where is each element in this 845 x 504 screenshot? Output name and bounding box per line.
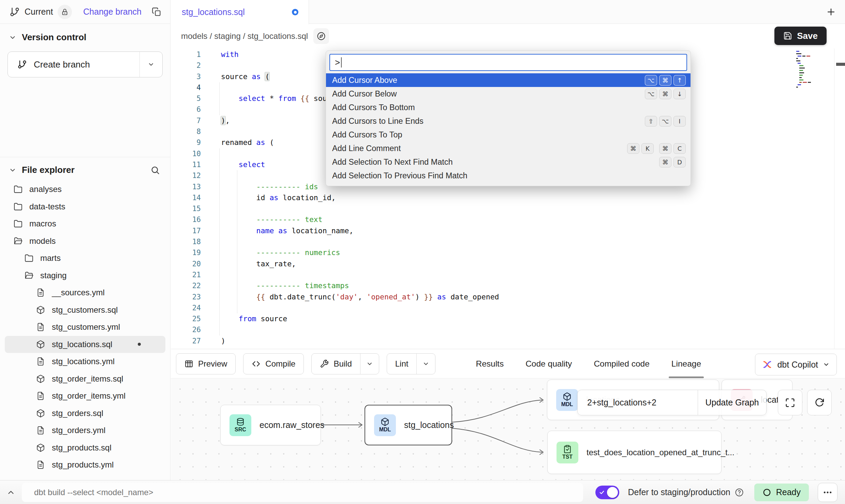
chevron-down-icon[interactable] <box>9 166 16 174</box>
code-line-19[interactable]: 19 ---------- numerics <box>171 247 845 258</box>
code-line-14[interactable]: 14 id as location_id, <box>171 192 845 203</box>
code-line-27[interactable]: 27) <box>171 336 845 346</box>
file-icon <box>36 426 46 435</box>
line-content <box>202 60 221 71</box>
palette-item-add-cursor-above[interactable]: Add Cursor Above⌥⌘↑ <box>326 73 691 87</box>
more-options-button[interactable] <box>818 483 837 502</box>
file-item-stg-products-yml[interactable]: stg_products.yml <box>5 456 165 474</box>
dbt-copilot-button[interactable]: dbt Copilot <box>755 354 837 375</box>
code-line-15[interactable]: 15 <box>171 203 845 214</box>
file-item-stg-locations-sql[interactable]: stg_locations.sql <box>5 336 165 353</box>
build-button[interactable]: Build <box>312 354 360 374</box>
code-line-20[interactable]: 20 tax_rate, <box>171 258 845 269</box>
tab-stg-locations-sql[interactable]: stg_locations.sql <box>171 0 309 24</box>
refresh-icon <box>814 398 825 408</box>
palette-item-add-cursors-to-bottom[interactable]: Add Cursors To Bottom <box>326 101 691 114</box>
refresh-button[interactable] <box>807 390 832 415</box>
status-badge[interactable]: Ready <box>754 484 809 501</box>
tab-code-quality[interactable]: Code quality <box>525 349 572 378</box>
palette-item-add-selection-to-all-find-matches[interactable]: Add Selection To All Find Matches <box>326 182 691 186</box>
line-content: ---------- numerics <box>202 247 340 258</box>
fullscreen-button[interactable] <box>778 390 802 415</box>
tab-lineage[interactable]: Lineage <box>671 349 701 378</box>
lineage-node-ecom-raw-stores[interactable]: SRC ecom.raw_stores <box>220 405 321 445</box>
help-icon[interactable] <box>735 488 744 497</box>
change-branch-link[interactable]: Change branch <box>83 7 142 17</box>
create-branch-main[interactable]: Create branch <box>8 52 139 77</box>
save-icon <box>783 31 792 40</box>
line-number: 6 <box>171 104 202 115</box>
code-line-17[interactable]: 17 name as location_name, <box>171 225 845 236</box>
lineage-node-test[interactable]: TST test_does_location_opened_at_trunc_t… <box>547 431 722 474</box>
palette-item-label: Add Cursors to Line Ends <box>332 117 424 126</box>
dbt-command-input[interactable]: dbt build --select <model_name> <box>22 483 583 502</box>
palette-item-add-selection-to-previous-find-match[interactable]: Add Selection To Previous Find Match <box>326 169 691 182</box>
file-item-data-tests[interactable]: data-tests <box>5 198 165 216</box>
code-line-24[interactable]: 24 <box>171 302 845 313</box>
line-content: source as ( <box>202 71 269 82</box>
code-line-16[interactable]: 16 ---------- text <box>171 214 845 225</box>
tab-results[interactable]: Results <box>476 349 504 378</box>
lineage-selector-input[interactable]: 2+stg_locations+2 <box>578 390 698 415</box>
chevron-down-icon[interactable] <box>9 34 16 41</box>
line-number: 17 <box>171 225 202 236</box>
code-line-22[interactable]: 22 ---------- timestamps <box>171 280 845 291</box>
chevron-down-icon <box>823 361 830 368</box>
code-line-25[interactable]: 25 from source <box>171 313 845 324</box>
file-icon <box>36 288 46 297</box>
compile-button[interactable]: Compile <box>243 353 304 374</box>
copy-icon[interactable] <box>152 7 161 17</box>
file-item-stg-order-items-yml[interactable]: stg_order_items.yml <box>5 387 165 405</box>
preview-button[interactable]: Preview <box>176 353 236 374</box>
build-dropdown[interactable] <box>360 354 379 374</box>
lint-dropdown[interactable] <box>416 354 435 374</box>
line-content: select <box>202 159 265 170</box>
open-docs-button[interactable] <box>313 28 329 44</box>
file-item-sources-yml[interactable]: __sources.yml <box>5 284 165 301</box>
file-item-stg-products-sql[interactable]: stg_products.sql <box>5 439 165 457</box>
palette-item-add-cursors-to-line-ends[interactable]: Add Cursors to Line Ends⇧⌥I <box>326 114 691 128</box>
code-line-23[interactable]: 23 {{ dbt.date_trunc('day', 'opened_at')… <box>171 292 845 302</box>
defer-toggle[interactable] <box>595 486 619 499</box>
tab-strip: stg_locations.sql <box>171 0 845 24</box>
command-palette-input[interactable]: > <box>329 54 687 71</box>
chevron-up-icon <box>6 488 15 497</box>
line-content: ), <box>202 115 230 126</box>
palette-item-add-line-comment[interactable]: Add Line Comment⌘K⌘C <box>326 142 691 155</box>
main-area: stg_locations.sql models / staging / stg… <box>171 0 845 480</box>
file-item-stg-locations-yml[interactable]: stg_locations.yml <box>5 353 165 370</box>
scrollbar-thumb[interactable] <box>836 63 845 66</box>
folder-icon <box>14 219 24 228</box>
file-item-stg-customers-yml[interactable]: stg_customers.yml <box>5 318 165 336</box>
check-icon <box>599 489 605 495</box>
lint-button[interactable]: Lint <box>387 354 417 374</box>
sidebar: Current Change branch Version control Cr… <box>0 0 171 480</box>
palette-item-add-selection-to-next-find-match[interactable]: Add Selection To Next Find Match⌘D <box>326 155 691 169</box>
expand-panel-button[interactable] <box>0 488 22 497</box>
code-line-21[interactable]: 21 <box>171 269 845 280</box>
file-item-analyses[interactable]: analyses <box>5 181 165 198</box>
palette-item-add-cursor-below[interactable]: Add Cursor Below⌥⌘↓ <box>326 87 691 101</box>
tab-compiled-code[interactable]: Compiled code <box>594 349 649 378</box>
lineage-node-stg-locations[interactable]: MDL stg_locations <box>365 405 452 445</box>
code-line-18[interactable]: 18 <box>171 236 845 247</box>
file-item-models[interactable]: models <box>5 233 165 250</box>
file-item-stg-orders-yml[interactable]: stg_orders.yml <box>5 422 165 439</box>
create-branch-dropdown[interactable] <box>139 52 162 77</box>
line-content: ---------- text <box>202 214 323 225</box>
lineage-canvas[interactable]: MDL locations locations SRC ecom.raw_sto… <box>171 379 845 480</box>
line-content <box>202 236 221 247</box>
save-button[interactable]: Save <box>774 27 827 45</box>
new-tab-button[interactable] <box>826 7 836 17</box>
search-icon[interactable] <box>150 165 160 175</box>
file-item-marts[interactable]: marts <box>5 250 165 267</box>
file-item-stg-order-items-sql[interactable]: stg_order_items.sql <box>5 370 165 388</box>
palette-item-add-cursors-to-top[interactable]: Add Cursors To Top <box>326 128 691 142</box>
file-item-stg-customers-sql[interactable]: stg_customers.sql <box>5 301 165 319</box>
file-item-stg-orders-sql[interactable]: stg_orders.sql <box>5 405 165 422</box>
file-item-staging[interactable]: staging <box>5 267 165 284</box>
file-item-macros[interactable]: macros <box>5 215 165 233</box>
code-line-26[interactable]: 26 <box>171 324 845 335</box>
update-graph-button[interactable]: Update Graph <box>698 390 766 415</box>
line-content: with <box>202 49 239 60</box>
